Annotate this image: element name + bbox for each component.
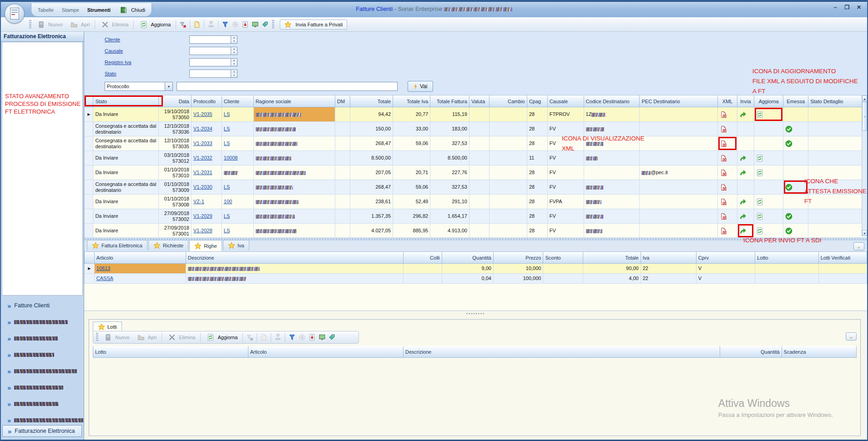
invoice-row[interactable]: Da Inviare01/10/2018573010V1-2031207,052… xyxy=(85,165,867,180)
spinner-buttons[interactable]: ▲▼ xyxy=(231,58,237,66)
column-header-pec[interactable]: PEC Destinatario xyxy=(640,95,718,107)
menu-item-tabelle[interactable]: Tabelle xyxy=(38,7,54,13)
articolo-link[interactable]: 10613 xyxy=(96,266,111,271)
aggiorna-xml-icon[interactable] xyxy=(754,151,783,165)
protocollo-link[interactable]: V1-2032 xyxy=(193,155,212,160)
invia-sdi-icon[interactable] xyxy=(737,195,754,209)
tab-fattura-elettronica[interactable]: Fattura Elettronica xyxy=(87,240,147,251)
filter-input-stato[interactable] xyxy=(189,70,231,78)
xml-view-icon[interactable] xyxy=(718,107,737,122)
column-header-lotto[interactable]: Lotto xyxy=(93,346,248,358)
protocollo-link[interactable]: VZ-1 xyxy=(193,199,204,204)
xml-view-icon[interactable] xyxy=(718,209,737,224)
column-header-codice[interactable]: Codice Destinatario xyxy=(584,95,640,107)
protocollo-link[interactable]: V1-2031 xyxy=(193,170,212,175)
cell-cliente[interactable]: LS xyxy=(222,136,253,151)
column-header-xml[interactable]: XML xyxy=(718,95,737,107)
cliente-link[interactable]: LS xyxy=(224,140,230,146)
column-header-totale_fattura[interactable]: Totale Fattura xyxy=(430,95,469,107)
xml-view-icon[interactable] xyxy=(718,122,737,136)
cell-cliente[interactable]: LS xyxy=(222,180,253,195)
column-header-totale[interactable]: Totale xyxy=(583,252,641,264)
column-header-emessa[interactable]: Emessa xyxy=(783,95,808,107)
invoice-row[interactable]: Da Inviare03/10/2018573012V1-2032100088.… xyxy=(85,151,867,165)
toolbar-grip[interactable] xyxy=(96,333,98,342)
column-header-descrizione[interactable]: Descrizione xyxy=(403,346,720,358)
invia-sdi-icon[interactable] xyxy=(737,209,754,224)
spinner-buttons[interactable]: ▲▼ xyxy=(231,35,237,44)
menu-item-stampe[interactable]: Stampe xyxy=(62,7,79,13)
column-header-ind[interactable] xyxy=(85,252,95,264)
column-header-dettaglio[interactable]: Stato Dettaglio xyxy=(808,95,867,107)
splitter-dots[interactable]: •••••••• xyxy=(84,312,867,316)
protocollo-link[interactable]: V1-2030 xyxy=(193,184,212,190)
column-header-quantita[interactable]: Quantità xyxy=(442,252,493,264)
column-header-quantita[interactable]: Quantità xyxy=(720,346,782,358)
invia-sdi-icon[interactable] xyxy=(737,224,754,238)
cliente-link[interactable]: LS xyxy=(224,213,230,219)
tab-iva[interactable]: Iva xyxy=(223,240,249,251)
column-header-cliente[interactable]: Cliente xyxy=(222,95,253,107)
collapse-lotti-button[interactable]: ⌄ xyxy=(846,332,857,341)
aggiorna-button[interactable]: Aggiorna xyxy=(202,331,241,343)
invoice-row[interactable]: ▶Da Inviare19/10/2018573050V1-2035LS94,4… xyxy=(85,107,867,122)
cell-cliente[interactable]: 10008 xyxy=(222,151,253,165)
invia-sdi-icon[interactable] xyxy=(737,165,754,180)
sidebar-item-redacted[interactable]: » xyxy=(7,333,84,343)
search-field-select[interactable]: Protocollo ▼ xyxy=(105,82,173,91)
filter-input-causale[interactable] xyxy=(189,47,231,55)
collapse-panel-button[interactable]: ⌄ xyxy=(853,242,864,251)
protocollo-link[interactable]: V1-2028 xyxy=(193,228,212,233)
invoice-row[interactable]: Da Inviare27/09/2018573001V1-2028LS4.027… xyxy=(85,224,867,238)
aggiorna-xml-icon[interactable] xyxy=(754,165,783,180)
spinner-buttons[interactable]: ▲▼ xyxy=(231,70,237,78)
cell-protocollo[interactable]: V1-2030 xyxy=(191,180,222,195)
scroll-up-icon[interactable]: ▲ xyxy=(862,95,867,101)
cell-cliente[interactable]: 100 xyxy=(222,195,253,209)
filter-label-causale[interactable]: Causale xyxy=(105,48,189,54)
filter-label-cliente[interactable]: Cliente xyxy=(105,37,189,42)
sidebar-item-fatture-clienti[interactable]: »Fatture Clienti xyxy=(7,301,84,311)
column-header-totale[interactable]: Totale xyxy=(350,95,393,107)
sidebar-item-redacted[interactable]: » xyxy=(7,366,84,376)
sidebar-item-redacted[interactable]: » xyxy=(7,399,84,409)
column-header-lotto[interactable]: Lotto xyxy=(755,252,819,264)
xml-view-icon[interactable] xyxy=(718,180,737,195)
column-header-cprv[interactable]: Cprv xyxy=(696,252,755,264)
column-header-causale[interactable]: Causale xyxy=(547,95,584,107)
xml-view-icon[interactable] xyxy=(718,151,737,165)
column-header-scadenza[interactable]: Scadenza xyxy=(782,346,856,358)
chevron-down-icon[interactable]: ▼ xyxy=(165,82,172,90)
cliente-link[interactable]: LS xyxy=(224,126,230,131)
protocollo-link[interactable]: V1-2029 xyxy=(193,213,212,219)
cliente-link[interactable]: LS xyxy=(224,228,230,233)
app-icon[interactable] xyxy=(5,4,25,24)
aggiorna-xml-icon[interactable] xyxy=(754,195,783,209)
sidebar-item-redacted[interactable]: » xyxy=(7,415,84,425)
cell-cliente[interactable]: LS xyxy=(222,122,253,136)
cell-protocollo[interactable]: VZ-1 xyxy=(191,195,222,209)
cell-articolo[interactable]: CASSA xyxy=(94,274,186,284)
cliente-link[interactable]: LS xyxy=(224,111,230,117)
column-header-ragione[interactable]: Ragione sociale xyxy=(253,95,335,107)
cliente-link[interactable]: 100 xyxy=(224,199,232,204)
xml-view-icon[interactable] xyxy=(718,136,737,151)
cell-protocollo[interactable]: V1-2035 xyxy=(191,107,222,122)
cell-articolo[interactable]: 10613 xyxy=(94,264,186,274)
spinner-buttons[interactable]: ▲▼ xyxy=(231,47,237,55)
column-header-valuta[interactable]: Valuta xyxy=(469,95,489,107)
column-header-prezzo[interactable]: Prezzo xyxy=(493,252,543,264)
column-header-colli[interactable]: Colli xyxy=(404,252,442,264)
sidebar-item-redacted[interactable]: » xyxy=(7,382,84,392)
articolo-link[interactable]: CASSA xyxy=(96,276,113,281)
filter-label-stato[interactable]: Stato xyxy=(105,71,189,76)
cell-protocollo[interactable]: V1-2028 xyxy=(191,224,222,238)
xml-view-icon[interactable] xyxy=(718,195,737,209)
column-header-articolo[interactable]: Articolo xyxy=(248,346,403,358)
cliente-link[interactable]: 10008 xyxy=(224,155,238,160)
invia-sdi-icon[interactable] xyxy=(737,151,754,165)
column-header-dm[interactable]: DM xyxy=(335,95,350,107)
invoice-row[interactable]: Da Inviare01/10/2018573008VZ-1100238,615… xyxy=(85,195,867,209)
column-header-articolo[interactable]: Articolo xyxy=(94,252,186,264)
minimize-button[interactable]: – xyxy=(832,4,839,10)
